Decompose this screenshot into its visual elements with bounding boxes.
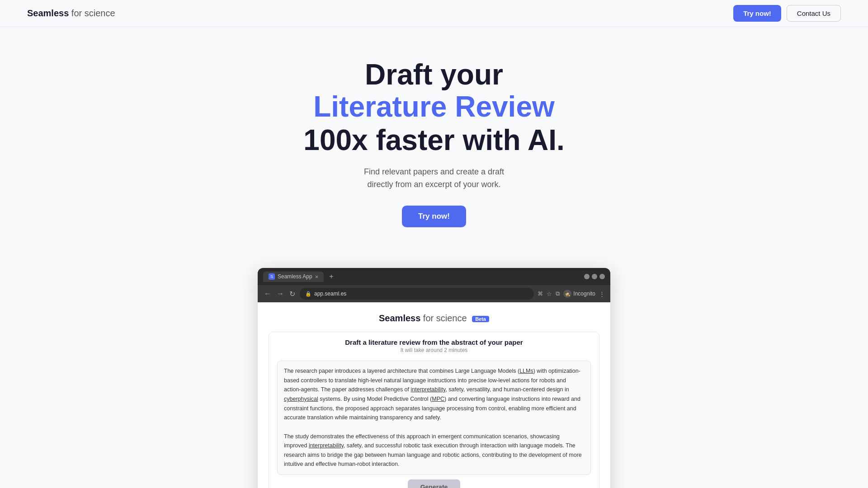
nav-try-now-button[interactable]: Try now!: [733, 5, 781, 22]
logo-bold: Seamless: [27, 8, 69, 18]
tab-favicon: S: [269, 273, 275, 280]
reload-button[interactable]: ↻: [288, 290, 296, 298]
new-tab-icon[interactable]: +: [329, 272, 333, 281]
screenshot-icon[interactable]: ⧉: [556, 290, 560, 297]
hero-line3: 100x faster with AI.: [9, 124, 859, 157]
hero-subtitle-line1: Find relevant papers and create a draft: [364, 167, 504, 176]
draft-card-title: Draft a literature review from the abstr…: [278, 338, 590, 346]
logo-light: for science: [69, 8, 115, 18]
nav-buttons: Try now! Contact Us: [733, 5, 841, 22]
generate-button[interactable]: Generate: [408, 479, 461, 488]
app-title-bold: Seamless: [379, 313, 420, 323]
incognito-label: Incognito: [573, 291, 595, 297]
window-controls: [584, 274, 605, 279]
browser-titlebar: S Seamless App × +: [258, 268, 610, 285]
nav-contact-us-button[interactable]: Contact Us: [787, 5, 841, 22]
generate-row: Generate: [277, 475, 591, 488]
minimize-icon[interactable]: [584, 274, 590, 279]
tab-label: Seamless App: [278, 273, 312, 280]
browser-toolbar-right: ⌘ ☆ ⧉ 🕵 Incognito ⋮: [538, 290, 605, 298]
incognito-badge: 🕵 Incognito: [563, 290, 595, 298]
star-icon[interactable]: ☆: [547, 291, 552, 297]
hero-subtitle: Find relevant papers and create a draft …: [9, 165, 859, 192]
address-text: app.seaml.es: [314, 291, 346, 297]
draft-card-body: The research paper introduces a layered …: [269, 361, 599, 488]
logo: Seamless for science: [27, 8, 115, 19]
address-bar[interactable]: 🔒 app.seaml.es: [300, 288, 534, 300]
browser-content: Seamless for science Beta Draft a litera…: [258, 302, 610, 488]
incognito-icon: 🕵: [563, 290, 571, 298]
hero-line1: Draft your: [9, 59, 859, 90]
tab-close-icon[interactable]: ×: [315, 273, 319, 280]
menu-icon[interactable]: ⋮: [599, 291, 605, 297]
browser-mockup: S Seamless App × + ← → ↻ 🔒 app.seaml.es …: [258, 268, 610, 488]
draft-card-header: Draft a literature review from the abstr…: [269, 332, 599, 356]
draft-card: Draft a literature review from the abstr…: [269, 332, 599, 488]
keyboard-shortcut-icon: ⌘: [538, 291, 543, 297]
browser-tab: S Seamless App ×: [263, 272, 324, 282]
hero-line2: Literature Review: [9, 90, 859, 124]
browser-toolbar: ← → ↻ 🔒 app.seaml.es ⌘ ☆ ⧉ 🕵 Incognito ⋮: [258, 285, 610, 302]
forward-button[interactable]: →: [276, 290, 285, 298]
lock-icon: 🔒: [305, 291, 311, 297]
app-header: Seamless for science Beta: [258, 313, 610, 324]
hero-subtitle-line2: directly from an excerpt of your work.: [367, 180, 500, 189]
hero-section: Draft your Literature Review 100x faster…: [0, 27, 868, 250]
hero-cta: Try now!: [9, 206, 859, 227]
draft-card-subtitle: It will take around 2 minutes: [278, 347, 590, 353]
abstract-textarea[interactable]: The research paper introduces a layered …: [277, 361, 591, 475]
maximize-icon[interactable]: [592, 274, 597, 279]
close-icon[interactable]: [599, 274, 605, 279]
navbar: Seamless for science Try now! Contact Us: [0, 0, 868, 27]
back-button[interactable]: ←: [263, 290, 272, 298]
hero-try-now-button[interactable]: Try now!: [402, 206, 466, 227]
app-title-light: for science: [420, 313, 467, 323]
beta-badge: Beta: [472, 316, 489, 322]
